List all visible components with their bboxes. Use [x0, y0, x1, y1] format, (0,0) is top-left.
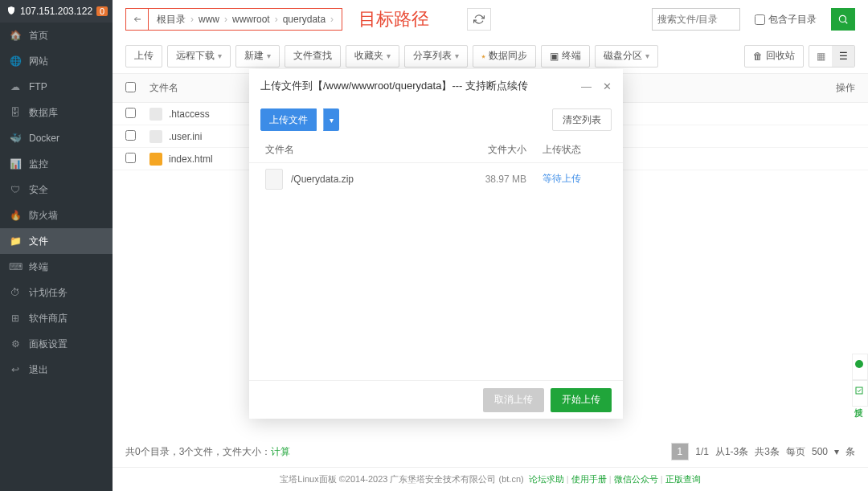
file-search-button[interactable]: 文件查找 [285, 45, 341, 68]
modal-header[interactable]: 上传文件到【/www/wwwroot/querydata】--- 支持断点续传 … [249, 69, 623, 103]
docker-icon: 🐳 [10, 133, 21, 144]
upload-button[interactable]: 上传 [125, 45, 162, 68]
sidebar-item-home[interactable]: 🏠首页 [0, 23, 113, 48]
folder-icon: 📁 [10, 235, 21, 247]
sidebar-item-label: 退出 [29, 363, 48, 377]
customer-service-button[interactable]: 客服 [852, 354, 868, 380]
annotation-label: 目标路径 [358, 7, 429, 31]
minimize-icon[interactable]: — [581, 80, 592, 92]
footer-link[interactable]: 正版查询 [665, 474, 701, 484]
breadcrumb-segment[interactable]: 根目录 [157, 13, 186, 27]
svg-point-0 [839, 15, 845, 22]
modal-toolbar: 上传文件 ▾ 清空列表 [249, 103, 623, 137]
server-ip: 107.151.203.122 [20, 6, 92, 17]
cancel-upload-button[interactable]: 取消上传 [483, 388, 544, 412]
per-page-select[interactable]: 500 [812, 446, 828, 457]
sidebar-item-terminal[interactable]: ⌨终端 [0, 254, 113, 280]
modal-footer: 取消上传 开始上传 [249, 380, 623, 419]
col-header-ops: 操作 [823, 81, 855, 95]
terminal-icon: ⌨ [10, 261, 21, 272]
sidebar-item-label: 面板设置 [29, 338, 68, 351]
sidebar-item-database[interactable]: 🗄数据库 [0, 100, 113, 125]
row-checkbox[interactable] [125, 153, 136, 163]
page-current[interactable]: 1 [671, 443, 690, 460]
row-checkbox[interactable] [125, 108, 136, 118]
search-button[interactable] [831, 8, 855, 31]
database-icon: 🗄 [10, 107, 21, 118]
include-subdir-checkbox[interactable]: 包含子目录 [755, 13, 817, 27]
store-icon: ⊞ [10, 313, 21, 324]
feedback-button[interactable]: 反馈 [852, 380, 868, 407]
list-view-button[interactable]: ☰ [832, 46, 854, 67]
sidebar-item-exit[interactable]: ↩退出 [0, 357, 113, 383]
file-name: index.html [169, 153, 213, 165]
footer-link[interactable]: 微信公众号 [614, 474, 658, 484]
remote-download-button[interactable]: 远程下载 ▾ [167, 45, 231, 68]
trash-icon: 🗑 [753, 51, 763, 62]
sidebar-item-label: FTP [29, 81, 47, 92]
breadcrumb[interactable]: 根目录›www›wwwroot›querydata› [149, 13, 342, 27]
pagination: 1 1/1 从1-3条 共3条 每页 500 ▾ 条 [671, 443, 855, 460]
sidebar-item-label: 网站 [29, 55, 48, 68]
sidebar-item-store[interactable]: ⊞软件商店 [0, 305, 113, 331]
sidebar-item-settings[interactable]: ⚙面板设置 [0, 331, 113, 357]
ftp-icon: ☁ [10, 81, 21, 92]
exit-icon: ↩ [10, 364, 21, 375]
calc-size-link[interactable]: 计算 [271, 445, 290, 459]
svg-rect-2 [856, 387, 862, 394]
select-all-checkbox[interactable] [125, 82, 136, 92]
sidebar-item-label: 安全 [29, 183, 48, 197]
grid-view-button[interactable]: ▦ [809, 46, 832, 67]
upload-row: /Querydata.zip38.97 MB等待上传 [249, 162, 623, 194]
breadcrumb-segment[interactable]: wwwroot [232, 14, 270, 25]
sidebar-item-docker[interactable]: 🐳Docker [0, 125, 113, 151]
favorites-button[interactable]: 收藏夹 ▾ [346, 45, 399, 68]
close-icon[interactable]: ✕ [603, 80, 612, 92]
create-button[interactable]: 新建 ▾ [235, 45, 280, 68]
sidebar-item-globe[interactable]: 🌐网站 [0, 48, 113, 74]
search-input[interactable] [652, 8, 740, 31]
sidebar-item-label: 软件商店 [29, 312, 68, 325]
start-upload-button[interactable]: 开始上传 [551, 388, 612, 412]
view-toggle: ▦ ☰ [809, 45, 855, 68]
upload-file-button[interactable]: 上传文件 [260, 108, 317, 131]
sidebar-item-monitor[interactable]: 📊监控 [0, 151, 113, 177]
upload-file-dropdown[interactable]: ▾ [323, 108, 339, 131]
file-icon [149, 153, 162, 166]
recycle-bin-button[interactable]: 🗑 回收站 [744, 45, 804, 68]
firewall-icon: 🔥 [10, 210, 21, 221]
sidebar-header: 107.151.203.122 0 [0, 0, 113, 23]
back-button[interactable] [126, 9, 149, 30]
sidebar-item-label: 防火墙 [29, 209, 58, 223]
sidebar-item-schedule[interactable]: ⏱计划任务 [0, 280, 113, 305]
sidebar-item-ftp[interactable]: ☁FTP [0, 74, 113, 100]
data-sync-button[interactable]: ⭑ 数据同步 [473, 45, 536, 68]
file-icon [149, 108, 162, 121]
svg-point-1 [855, 360, 863, 368]
refresh-button[interactable] [467, 8, 491, 31]
path-box: 根目录›www›wwwroot›querydata› [125, 8, 342, 31]
sidebar-item-label: 终端 [29, 260, 48, 274]
upload-file-status[interactable]: 等待上传 [542, 172, 607, 186]
sidebar-item-shield[interactable]: 🛡安全 [0, 177, 113, 203]
disk-partition-button[interactable]: 磁盘分区 ▾ [595, 45, 658, 68]
document-icon [265, 169, 283, 190]
upload-file-name: /Querydata.zip [291, 174, 462, 185]
file-icon [149, 130, 162, 143]
schedule-icon: ⏱ [10, 287, 21, 298]
upload-file-size: 38.97 MB [462, 174, 526, 185]
sidebar: 107.151.203.122 0 🏠首页🌐网站☁FTP🗄数据库🐳Docker📊… [0, 0, 113, 491]
breadcrumb-segment[interactable]: www [199, 14, 219, 25]
notification-badge[interactable]: 0 [96, 6, 108, 16]
shield-icon: 🛡 [10, 184, 21, 195]
sidebar-item-label: 首页 [29, 29, 48, 43]
breadcrumb-segment[interactable]: querydata [283, 14, 326, 25]
sidebar-item-firewall[interactable]: 🔥防火墙 [0, 203, 113, 228]
clear-list-button[interactable]: 清空列表 [552, 108, 612, 131]
terminal-button[interactable]: ▣ 终端 [541, 45, 590, 68]
row-checkbox[interactable] [125, 130, 136, 141]
footer-link[interactable]: 论坛求助 [529, 474, 564, 484]
footer-link[interactable]: 使用手册 [571, 474, 607, 484]
share-list-button[interactable]: 分享列表 ▾ [404, 45, 468, 68]
sidebar-item-folder[interactable]: 📁文件 [0, 228, 113, 254]
